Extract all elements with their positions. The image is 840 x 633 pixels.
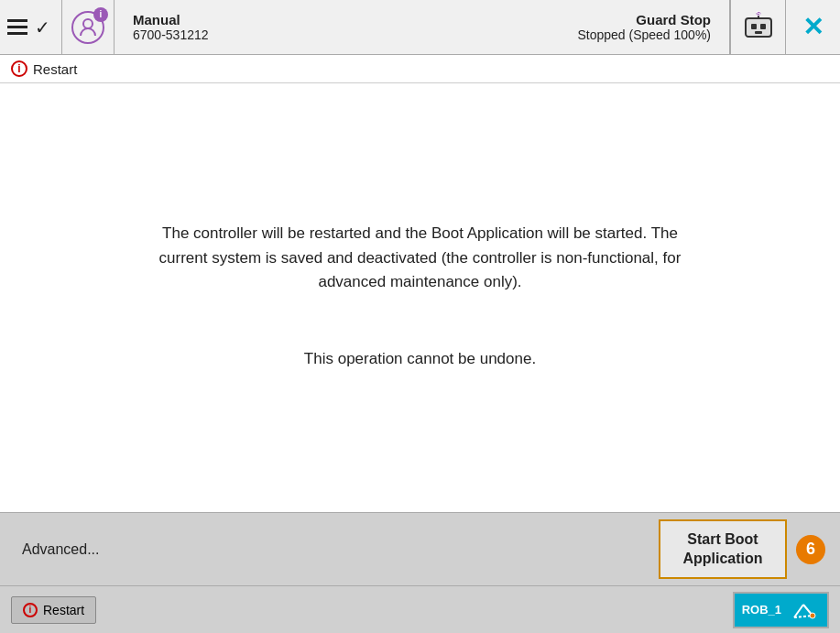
header-serial: 6700-531212 [133, 27, 209, 42]
restart-icon: i [23, 603, 38, 617]
header-status-label: Guard Stop [636, 12, 711, 27]
main-content: The controller will be restarted and the… [0, 83, 840, 507]
header-info-top-row: Manual Guard Stop [133, 12, 711, 27]
svg-rect-3 [760, 24, 766, 29]
rob-badge[interactable]: ROB_1 [733, 592, 829, 628]
warning-text: This operation cannot be undone. [304, 350, 536, 368]
close-icon: ✕ [802, 15, 824, 40]
hamburger-menu-icon[interactable] [7, 19, 27, 35]
checkmark-icon[interactable]: ✓ [31, 16, 54, 38]
breadcrumb-text: Restart [33, 61, 77, 77]
header-left-controls: ✓ [0, 0, 62, 54]
header-right-buttons: S ✕ [729, 0, 840, 54]
robot-icon-button[interactable]: S [730, 0, 785, 54]
svg-rect-4 [755, 31, 762, 34]
header: ✓ i Manual Guard Stop 6700-531212 Stoppe… [0, 0, 840, 55]
svg-line-8 [794, 605, 803, 617]
header-user-icon[interactable]: i [62, 0, 115, 54]
restart-button-label: Restart [43, 603, 84, 617]
start-boot-line1: Start Boot [687, 531, 758, 547]
start-boot-line2: Application [682, 551, 762, 566]
badge-6: 6 [796, 535, 825, 564]
start-boot-application-button[interactable]: Start Boot Application [659, 519, 787, 580]
header-mode-label: Manual [133, 12, 180, 27]
axes-icon [787, 597, 820, 623]
header-info-bottom-row: 6700-531212 Stopped (Speed 100%) [133, 27, 711, 42]
user-icon-wrap: i [71, 11, 104, 44]
svg-text:S: S [756, 11, 761, 17]
info-badge: i [93, 7, 108, 22]
advanced-button[interactable]: Advanced... [15, 538, 107, 562]
svg-point-11 [810, 613, 815, 618]
close-button[interactable]: ✕ [785, 0, 840, 54]
header-status-detail: Stopped (Speed 100%) [577, 27, 711, 42]
bottom-toolbar: Advanced... Start Boot Application 6 [0, 512, 840, 585]
svg-rect-2 [751, 24, 757, 29]
header-info: Manual Guard Stop 6700-531212 Stopped (S… [115, 0, 729, 54]
breadcrumb-bar: i Restart [0, 55, 840, 83]
description-text: The controller will be restarted and the… [155, 222, 686, 294]
status-bar: i Restart ROB_1 [0, 585, 840, 633]
restart-button[interactable]: i Restart [11, 596, 96, 624]
breadcrumb-restart-icon: i [11, 60, 27, 77]
rob-label: ROB_1 [742, 603, 781, 617]
svg-point-0 [83, 19, 93, 28]
